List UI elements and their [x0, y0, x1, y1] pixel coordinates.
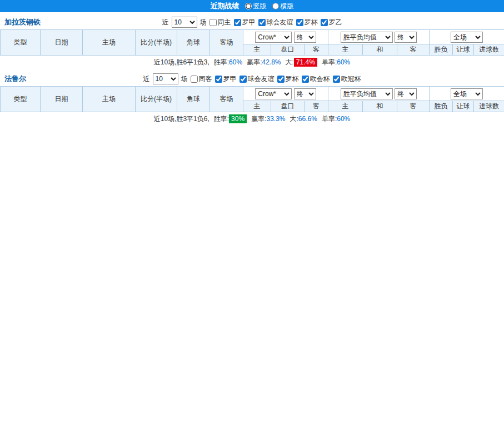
league-checkbox[interactable]	[277, 76, 285, 83]
league-filter-option[interactable]: 球会友谊	[258, 18, 293, 27]
summary-stat-value: 66.6%	[298, 115, 317, 123]
col-corner: 角球	[177, 87, 210, 112]
summary-stat: 大:66.6%	[290, 114, 317, 124]
league-filter-option[interactable]: 欧冠杯	[333, 74, 361, 84]
same-venue-option[interactable]: 同客	[191, 74, 212, 84]
summary-line: 近10场,胜6平1负3,胜率:60%赢率:42.8%大:71.4%单率:60%	[0, 56, 504, 69]
league-label: 罗杯	[305, 18, 318, 27]
filter-bar: 法鲁尔 近 10 场 同客 罗甲球会友谊罗杯欧会杯欧冠杯	[0, 72, 504, 86]
col-let: 让球	[453, 44, 474, 56]
layout-horizontal-option[interactable]: 横版	[272, 2, 294, 11]
league-filter-option[interactable]: 罗甲	[234, 18, 256, 27]
avg-odds-select[interactable]: 胜平负均值	[341, 88, 393, 99]
col-handicap: 盘口	[271, 101, 305, 112]
summary-stat-value: 33.3%	[266, 115, 285, 123]
near-label: 近	[143, 74, 150, 84]
near-label: 近	[162, 18, 169, 27]
league-checkbox[interactable]	[321, 19, 328, 26]
recent-count-select[interactable]: 10	[153, 73, 178, 84]
layout-vertical-option[interactable]: 竖版	[245, 2, 267, 11]
league-checkbox[interactable]	[296, 19, 303, 26]
away-team-section: 法鲁尔 近 10 场 同客 罗甲球会友谊罗杯欧会杯欧冠杯 类型 日期 主场	[0, 72, 504, 126]
league-label: 欧会杯	[310, 74, 330, 84]
recent-count-select[interactable]: 10	[172, 17, 197, 28]
summary-stat: 胜率:60%	[214, 58, 242, 67]
col-odds-home: 主	[243, 44, 271, 56]
col-type: 类型	[1, 30, 41, 56]
league-label: 球会友谊	[267, 18, 293, 27]
col-avg-draw: 和	[363, 101, 397, 112]
avg-odds-select[interactable]: 胜平负均值	[341, 32, 393, 43]
scope-select[interactable]: 全场	[451, 88, 483, 99]
col-odds-home: 主	[243, 101, 271, 112]
scope-select[interactable]: 全场	[451, 32, 483, 43]
summary-stat-label: 胜率:	[214, 115, 229, 123]
summary-stat-badge: 30%	[229, 114, 247, 123]
league-filters: 罗甲球会友谊罗杯欧会杯欧冠杯	[215, 74, 361, 84]
league-checkbox[interactable]	[239, 76, 247, 83]
summary-stat-value: 60%	[229, 58, 242, 66]
col-avg-away: 客	[397, 101, 430, 112]
col-avg-away: 客	[397, 44, 430, 56]
league-filter-option[interactable]: 罗杯	[296, 18, 318, 27]
avg-odds-header: 胜平负均值 终	[328, 87, 430, 101]
league-checkbox[interactable]	[333, 76, 340, 83]
avg-final-select[interactable]: 终	[395, 88, 417, 99]
odds-source-header: Crow* 终	[243, 87, 328, 101]
games-label: 场	[181, 74, 188, 84]
odds-source-header: Crow* 终	[243, 30, 328, 44]
summary-stat: 赢率:42.8%	[247, 58, 281, 67]
summary-stat-badge: 71.4%	[294, 58, 317, 67]
col-home: 主场	[83, 87, 136, 112]
league-filter-option[interactable]: 罗杯	[277, 74, 299, 84]
league-checkbox[interactable]	[302, 76, 309, 83]
league-label: 欧冠杯	[341, 74, 361, 84]
col-handicap: 盘口	[271, 44, 305, 56]
summary-record: 近10场,胜3平1负6,	[154, 114, 209, 124]
vertical-radio[interactable]	[245, 3, 252, 9]
same-venue-checkbox[interactable]	[191, 76, 198, 83]
summary-stat-label: 大:	[286, 58, 294, 66]
summary-stat-label: 单率:	[322, 115, 337, 123]
same-venue-label: 同客	[199, 74, 212, 84]
col-let: 让球	[453, 101, 474, 112]
col-score: 比分(半场)	[136, 30, 177, 56]
odds-source-select[interactable]: Crow*	[255, 32, 292, 43]
team-name: 法鲁尔	[4, 74, 26, 84]
col-date: 日期	[41, 30, 83, 56]
league-label: 罗甲	[223, 74, 237, 84]
league-checkbox[interactable]	[234, 19, 241, 26]
league-filter-option[interactable]: 罗乙	[321, 18, 342, 27]
league-label: 罗乙	[329, 18, 342, 27]
col-goals: 进球数	[474, 44, 504, 56]
odds-final-select[interactable]: 终	[294, 88, 316, 99]
col-type: 类型	[1, 87, 41, 112]
summary-stat: 赢率:33.3%	[251, 114, 285, 124]
col-avg-draw: 和	[363, 44, 397, 56]
odds-final-select[interactable]: 终	[294, 32, 316, 43]
summary-stat: 大:71.4%	[286, 58, 317, 67]
league-filter-option[interactable]: 球会友谊	[239, 74, 275, 84]
avg-final-select[interactable]: 终	[395, 32, 417, 43]
same-venue-checkbox[interactable]	[209, 19, 217, 26]
league-checkbox[interactable]	[258, 19, 266, 26]
same-venue-option[interactable]: 同主	[209, 18, 231, 27]
recent-matches-table: 类型 日期 主场 比分(半场) 角球 客场 Crow* 终 胜平负均值 终 全场	[0, 86, 504, 112]
col-corner: 角球	[177, 30, 210, 56]
games-label: 场	[200, 18, 207, 27]
summary-stat-value: 60%	[337, 58, 350, 66]
summary-stat-label: 胜率:	[214, 58, 229, 66]
topbar: 近期战绩 竖版 横版	[0, 0, 504, 12]
league-checkbox[interactable]	[215, 76, 222, 83]
vertical-label: 竖版	[253, 2, 267, 11]
scope-header: 全场	[430, 87, 504, 101]
col-odds-away: 客	[305, 44, 328, 56]
league-filter-option[interactable]: 罗甲	[215, 74, 237, 84]
league-label: 罗杯	[286, 74, 299, 84]
summary-stat-value: 60%	[337, 115, 350, 123]
summary-stat: 胜率:30%	[214, 114, 247, 124]
home-team-section: 加拉茨钢铁 近 10 场 同主 罗甲球会友谊罗杯罗乙 类型 日期 主场	[0, 15, 504, 69]
league-filter-option[interactable]: 欧会杯	[302, 74, 330, 84]
horizontal-radio[interactable]	[272, 3, 279, 9]
odds-source-select[interactable]: Crow*	[255, 88, 292, 99]
